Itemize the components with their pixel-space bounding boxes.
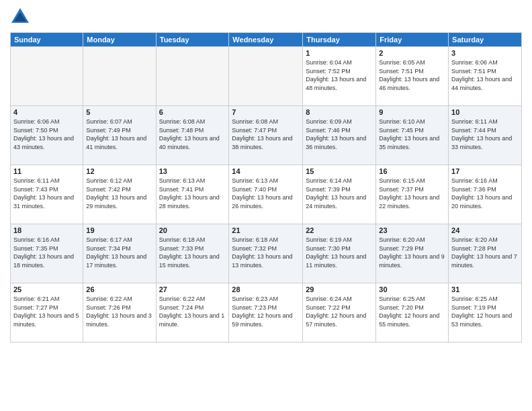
day-info: Sunrise: 6:20 AMSunset: 7:28 PMDaylight:…	[451, 236, 519, 269]
calendar-cell-29: 29Sunrise: 6:24 AMSunset: 7:22 PMDayligh…	[303, 283, 376, 342]
calendar-table: SundayMondayTuesdayWednesdayThursdayFrid…	[10, 32, 522, 342]
day-info: Sunrise: 6:18 AMSunset: 7:32 PMDaylight:…	[232, 236, 300, 269]
calendar-cell-18: 18Sunrise: 6:16 AMSunset: 7:35 PMDayligh…	[11, 224, 83, 283]
day-info: Sunrise: 6:05 AMSunset: 7:51 PMDaylight:…	[379, 58, 445, 92]
day-info: Sunrise: 6:16 AMSunset: 7:36 PMDaylight:…	[451, 177, 519, 210]
day-number: 21	[232, 226, 300, 234]
logo	[10, 7, 33, 27]
day-number: 9	[379, 108, 445, 116]
day-info: Sunrise: 6:24 AMSunset: 7:22 PMDaylight:…	[306, 295, 373, 328]
calendar-cell-17: 17Sunrise: 6:16 AMSunset: 7:36 PMDayligh…	[449, 165, 522, 224]
day-number: 10	[451, 108, 519, 116]
calendar-cell-20: 20Sunrise: 6:18 AMSunset: 7:33 PMDayligh…	[156, 224, 229, 283]
calendar-cell-8: 8Sunrise: 6:09 AMSunset: 7:46 PMDaylight…	[303, 106, 376, 165]
week-row-1: 1Sunrise: 6:04 AMSunset: 7:52 PMDaylight…	[11, 47, 522, 106]
day-number: 7	[232, 108, 300, 116]
day-number: 26	[86, 285, 152, 293]
day-info: Sunrise: 6:25 AMSunset: 7:20 PMDaylight:…	[379, 295, 445, 328]
logo-icon	[10, 7, 30, 27]
calendar-cell-empty-3	[229, 47, 303, 106]
day-info: Sunrise: 6:08 AMSunset: 7:47 PMDaylight:…	[232, 118, 300, 151]
calendar-cell-4: 4Sunrise: 6:06 AMSunset: 7:50 PMDaylight…	[11, 106, 83, 165]
week-row-2: 4Sunrise: 6:06 AMSunset: 7:50 PMDaylight…	[11, 106, 522, 165]
calendar-cell-10: 10Sunrise: 6:11 AMSunset: 7:44 PMDayligh…	[449, 106, 522, 165]
day-number: 28	[232, 285, 300, 293]
week-row-4: 18Sunrise: 6:16 AMSunset: 7:35 PMDayligh…	[11, 224, 522, 283]
calendar-cell-21: 21Sunrise: 6:18 AMSunset: 7:32 PMDayligh…	[229, 224, 303, 283]
day-info: Sunrise: 6:09 AMSunset: 7:46 PMDaylight:…	[306, 118, 373, 151]
day-number: 14	[232, 167, 300, 175]
day-info: Sunrise: 6:07 AMSunset: 7:49 PMDaylight:…	[86, 118, 152, 151]
day-number: 29	[306, 285, 373, 293]
calendar-cell-11: 11Sunrise: 6:11 AMSunset: 7:43 PMDayligh…	[11, 165, 83, 224]
calendar-cell-22: 22Sunrise: 6:19 AMSunset: 7:30 PMDayligh…	[303, 224, 376, 283]
day-number: 1	[306, 49, 373, 57]
week-row-5: 25Sunrise: 6:21 AMSunset: 7:27 PMDayligh…	[11, 283, 522, 342]
calendar-cell-3: 3Sunrise: 6:06 AMSunset: 7:51 PMDaylight…	[449, 47, 522, 106]
day-info: Sunrise: 6:21 AMSunset: 7:27 PMDaylight:…	[13, 295, 80, 328]
calendar-cell-1: 1Sunrise: 6:04 AMSunset: 7:52 PMDaylight…	[303, 47, 376, 106]
day-info: Sunrise: 6:10 AMSunset: 7:45 PMDaylight:…	[379, 118, 445, 151]
day-info: Sunrise: 6:17 AMSunset: 7:34 PMDaylight:…	[86, 236, 152, 269]
day-info: Sunrise: 6:08 AMSunset: 7:48 PMDaylight:…	[159, 118, 226, 151]
day-info: Sunrise: 6:12 AMSunset: 7:42 PMDaylight:…	[86, 177, 152, 210]
day-number: 3	[451, 49, 519, 57]
day-number: 16	[379, 167, 445, 175]
day-number: 20	[159, 226, 226, 234]
day-info: Sunrise: 6:23 AMSunset: 7:23 PMDaylight:…	[232, 295, 300, 328]
weekday-header-sunday: Sunday	[11, 33, 83, 47]
weekday-header-tuesday: Tuesday	[156, 33, 229, 47]
weekday-header-thursday: Thursday	[303, 33, 376, 47]
day-number: 17	[451, 167, 519, 175]
day-number: 12	[86, 167, 152, 175]
calendar-cell-28: 28Sunrise: 6:23 AMSunset: 7:23 PMDayligh…	[229, 283, 303, 342]
calendar-cell-23: 23Sunrise: 6:20 AMSunset: 7:29 PMDayligh…	[376, 224, 449, 283]
day-number: 15	[306, 167, 373, 175]
day-info: Sunrise: 6:22 AMSunset: 7:24 PMDaylight:…	[159, 295, 226, 328]
day-number: 2	[379, 49, 445, 57]
day-info: Sunrise: 6:16 AMSunset: 7:35 PMDaylight:…	[13, 236, 80, 269]
page: SundayMondayTuesdayWednesdayThursdayFrid…	[0, 0, 532, 411]
day-number: 25	[13, 285, 80, 293]
day-number: 6	[159, 108, 226, 116]
calendar-cell-7: 7Sunrise: 6:08 AMSunset: 7:47 PMDaylight…	[229, 106, 303, 165]
day-number: 19	[86, 226, 152, 234]
calendar-cell-26: 26Sunrise: 6:22 AMSunset: 7:26 PMDayligh…	[83, 283, 156, 342]
calendar-cell-15: 15Sunrise: 6:14 AMSunset: 7:39 PMDayligh…	[303, 165, 376, 224]
day-info: Sunrise: 6:04 AMSunset: 7:52 PMDaylight:…	[306, 58, 373, 92]
calendar-cell-14: 14Sunrise: 6:13 AMSunset: 7:40 PMDayligh…	[229, 165, 303, 224]
weekday-header-friday: Friday	[376, 33, 449, 47]
day-info: Sunrise: 6:13 AMSunset: 7:40 PMDaylight:…	[232, 177, 300, 210]
week-row-3: 11Sunrise: 6:11 AMSunset: 7:43 PMDayligh…	[11, 165, 522, 224]
weekday-header-wednesday: Wednesday	[229, 33, 303, 47]
calendar-cell-27: 27Sunrise: 6:22 AMSunset: 7:24 PMDayligh…	[156, 283, 229, 342]
calendar-cell-19: 19Sunrise: 6:17 AMSunset: 7:34 PMDayligh…	[83, 224, 156, 283]
calendar-cell-30: 30Sunrise: 6:25 AMSunset: 7:20 PMDayligh…	[376, 283, 449, 342]
day-number: 27	[159, 285, 226, 293]
calendar-cell-2: 2Sunrise: 6:05 AMSunset: 7:51 PMDaylight…	[376, 47, 449, 106]
calendar-cell-25: 25Sunrise: 6:21 AMSunset: 7:27 PMDayligh…	[11, 283, 83, 342]
day-info: Sunrise: 6:18 AMSunset: 7:33 PMDaylight:…	[159, 236, 226, 269]
day-number: 13	[159, 167, 226, 175]
day-number: 5	[86, 108, 152, 116]
day-number: 18	[13, 226, 80, 234]
calendar-cell-9: 9Sunrise: 6:10 AMSunset: 7:45 PMDaylight…	[376, 106, 449, 165]
calendar-cell-empty-0	[11, 47, 83, 106]
day-info: Sunrise: 6:22 AMSunset: 7:26 PMDaylight:…	[86, 295, 152, 328]
calendar-cell-31: 31Sunrise: 6:25 AMSunset: 7:19 PMDayligh…	[449, 283, 522, 342]
calendar-cell-12: 12Sunrise: 6:12 AMSunset: 7:42 PMDayligh…	[83, 165, 156, 224]
calendar-cell-16: 16Sunrise: 6:15 AMSunset: 7:37 PMDayligh…	[376, 165, 449, 224]
weekday-header-saturday: Saturday	[449, 33, 522, 47]
day-number: 8	[306, 108, 373, 116]
day-number: 30	[379, 285, 445, 293]
calendar-cell-24: 24Sunrise: 6:20 AMSunset: 7:28 PMDayligh…	[449, 224, 522, 283]
day-info: Sunrise: 6:11 AMSunset: 7:44 PMDaylight:…	[451, 118, 519, 151]
day-number: 4	[13, 108, 80, 116]
calendar-cell-empty-1	[83, 47, 156, 106]
header	[10, 7, 522, 27]
day-number: 23	[379, 226, 445, 234]
day-number: 22	[306, 226, 373, 234]
calendar-cell-13: 13Sunrise: 6:13 AMSunset: 7:41 PMDayligh…	[156, 165, 229, 224]
day-info: Sunrise: 6:14 AMSunset: 7:39 PMDaylight:…	[306, 177, 373, 210]
day-info: Sunrise: 6:20 AMSunset: 7:29 PMDaylight:…	[379, 236, 445, 269]
